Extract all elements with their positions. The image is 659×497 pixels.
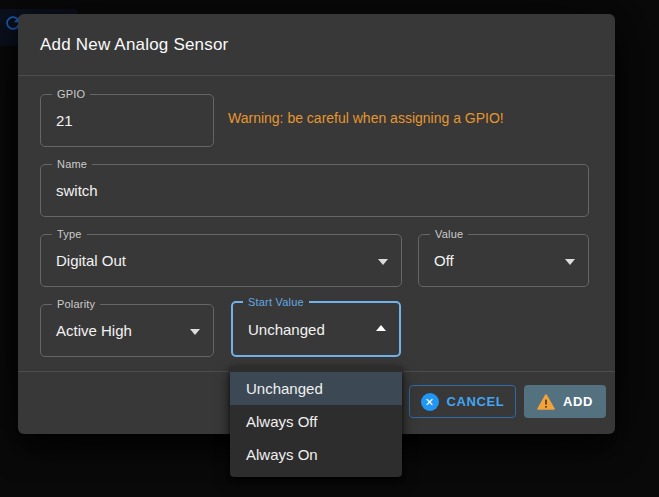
start-value-select-value: Unchanged (233, 303, 399, 355)
add-button-label: ADD (563, 394, 593, 409)
page-background: Add New Analog Sensor GPIO Warning: be c… (0, 0, 659, 497)
start-value-select-label: Start Value (243, 295, 309, 309)
dropdown-option-always-off[interactable]: Always Off (230, 405, 402, 438)
caret-up-icon (376, 325, 386, 331)
add-button[interactable]: ADD (524, 385, 606, 418)
caret-down-icon (190, 329, 200, 335)
name-input[interactable] (41, 165, 588, 216)
cancel-circle-x-icon: ✕ (421, 393, 439, 411)
polarity-select-label: Polarity (52, 297, 100, 311)
type-select-label: Type (52, 227, 87, 241)
polarity-select-value: Active High (41, 305, 213, 356)
warning-triangle-icon (537, 394, 555, 410)
name-field: Name (40, 164, 589, 217)
dropdown-option-unchanged[interactable]: Unchanged (230, 372, 402, 405)
type-select-value: Digital Out (41, 235, 401, 286)
gpio-warning-text: Warning: be careful when assigning a GPI… (228, 110, 504, 126)
gpio-field: GPIO (40, 94, 214, 147)
type-select[interactable]: Type Digital Out (40, 234, 402, 287)
polarity-select[interactable]: Polarity Active High (40, 304, 214, 357)
value-select-value: Off (419, 235, 588, 286)
name-field-label: Name (52, 157, 92, 171)
dialog-title: Add New Analog Sensor (40, 35, 229, 55)
start-value-select[interactable]: Start Value Unchanged (231, 301, 401, 357)
gpio-input[interactable] (41, 95, 213, 146)
dialog-header: Add New Analog Sensor (18, 14, 615, 76)
caret-down-icon (565, 259, 575, 265)
gpio-field-label: GPIO (52, 87, 90, 101)
dropdown-option-always-on[interactable]: Always On (230, 438, 402, 471)
start-value-dropdown-menu: Unchanged Always Off Always On (230, 366, 402, 477)
cancel-button[interactable]: ✕ CANCEL (409, 385, 516, 418)
value-select[interactable]: Value Off (418, 234, 589, 287)
caret-down-icon (378, 259, 388, 265)
cancel-button-label: CANCEL (447, 394, 505, 409)
value-select-label: Value (430, 227, 468, 241)
